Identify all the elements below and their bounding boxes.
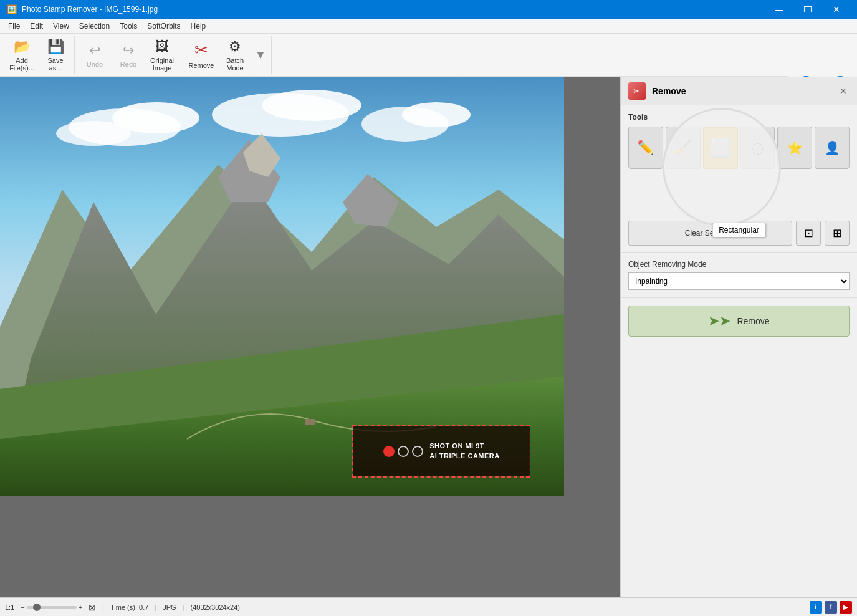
zoom-fit-button[interactable]: ⊞ bbox=[825, 221, 850, 246]
svg-point-3 bbox=[56, 121, 131, 146]
facebook-button[interactable]: f bbox=[825, 601, 837, 614]
svg-point-7 bbox=[402, 102, 471, 127]
undo-button[interactable]: ↩ Undo bbox=[79, 37, 111, 72]
batch-mode-button[interactable]: ⚙ BatchMode bbox=[219, 37, 251, 72]
rectangular-tool-button[interactable]: ⬜ bbox=[703, 127, 738, 169]
minimize-button[interactable]: — bbox=[765, 0, 793, 19]
remove-icon: ✂ bbox=[194, 41, 208, 60]
menu-selection[interactable]: Selection bbox=[74, 21, 115, 32]
rectangular-tooltip: Rectangular bbox=[712, 223, 766, 238]
watermark-text: SHOT ON MI 9T AI TRIPLE CAMERA bbox=[429, 441, 500, 461]
watermark-dots bbox=[383, 446, 423, 457]
toolbox-title-area: ✂ Remove bbox=[628, 82, 686, 100]
menu-edit[interactable]: Edit bbox=[25, 21, 48, 32]
svg-point-5 bbox=[262, 90, 361, 121]
outline-dot-2 bbox=[412, 446, 423, 457]
zoom-slider[interactable] bbox=[27, 606, 77, 609]
remove-label: Remove bbox=[189, 62, 214, 69]
redo-icon: ↪ bbox=[123, 42, 134, 59]
zoom-thumb bbox=[33, 604, 41, 611]
zoom-level: 1:1 bbox=[5, 604, 14, 611]
redo-button[interactable]: ↪ Redo bbox=[112, 37, 145, 72]
window-title: Photo Stamp Remover - IMG_1599-1.jpg bbox=[22, 5, 765, 14]
canvas-area[interactable]: SHOT ON MI 9T AI TRIPLE CAMERA bbox=[0, 77, 620, 597]
add-files-button[interactable]: 📂 AddFile(s)... bbox=[6, 37, 38, 72]
menubar: File Edit View Selection Tools SoftOrbit… bbox=[0, 19, 857, 34]
remove-execute-button[interactable]: ➤➤ Remove bbox=[628, 306, 850, 337]
watermark-line1: SHOT ON MI 9T bbox=[429, 441, 500, 451]
undo-label: Undo bbox=[87, 60, 103, 68]
mode-label: Object Removing Mode bbox=[628, 260, 850, 269]
zoom-out-icon[interactable]: − bbox=[21, 604, 24, 611]
original-image-label: OriginalImage bbox=[150, 57, 174, 72]
svg-rect-15 bbox=[305, 419, 315, 425]
watermark-line2: AI TRIPLE CAMERA bbox=[429, 451, 500, 461]
more-button[interactable]: ▼ bbox=[252, 46, 269, 64]
tools-row: ✏️ 🧹 ⬜ ◌ ⭐ 👤 Rectangular bbox=[628, 127, 850, 206]
original-image-icon: 🖼 bbox=[155, 39, 169, 55]
zoom-to-selection-button[interactable]: ⊡ bbox=[796, 221, 821, 246]
fit-icon[interactable]: ⊠ bbox=[89, 602, 96, 612]
zoom-fit-icon: ⊞ bbox=[833, 226, 842, 240]
add-files-icon: 📂 bbox=[14, 39, 31, 55]
toolbox-remove-icon: ✂ bbox=[628, 82, 646, 100]
app-icon: 🖼️ bbox=[6, 4, 17, 14]
menu-tools[interactable]: Tools bbox=[115, 21, 142, 32]
youtube-button[interactable]: ▶ bbox=[840, 601, 852, 614]
maximize-button[interactable]: 🗖 bbox=[793, 0, 822, 19]
menu-help[interactable]: Help bbox=[186, 21, 211, 32]
outline-dot-1 bbox=[398, 446, 409, 457]
remove-button[interactable]: ✂ Remove bbox=[185, 37, 218, 72]
titlebar: 🖼️ Photo Stamp Remover - IMG_1599-1.jpg … bbox=[0, 0, 857, 19]
redo-label: Redo bbox=[120, 60, 136, 68]
rectangular-icon: ⬜ bbox=[709, 138, 731, 158]
red-dot bbox=[383, 446, 395, 457]
magic-wand-tool-button[interactable]: ⭐ bbox=[777, 127, 812, 169]
window-controls: — 🗖 ✕ bbox=[765, 0, 851, 19]
pencil-tool-button[interactable]: ✏️ bbox=[628, 127, 663, 169]
stamp-tool-button[interactable]: 👤 bbox=[815, 127, 850, 169]
eraser-tool-button[interactable]: 🧹 bbox=[666, 127, 701, 169]
remove-group: ✂ Remove ⚙ BatchMode ▼ bbox=[183, 36, 272, 74]
zoom-control[interactable]: − + bbox=[21, 604, 82, 611]
format-label: JPG bbox=[163, 604, 176, 611]
time-label: Time (s): 0.7 bbox=[110, 604, 148, 611]
original-image-button[interactable]: 🖼 OriginalImage bbox=[146, 37, 178, 72]
mode-select[interactable]: Inpainting Smart Fill Texture Analysis bbox=[628, 272, 850, 290]
watermark-content: SHOT ON MI 9T AI TRIPLE CAMERA bbox=[353, 426, 530, 476]
zoom-selection-icon: ⊡ bbox=[804, 226, 813, 240]
add-files-label: AddFile(s)... bbox=[9, 57, 34, 72]
tools-label: Tools bbox=[628, 113, 850, 122]
menu-view[interactable]: View bbox=[48, 21, 74, 32]
image-container: SHOT ON MI 9T AI TRIPLE CAMERA bbox=[0, 77, 564, 496]
remove-button-label: Remove bbox=[737, 316, 769, 326]
dimensions-label: (4032x3024x24) bbox=[190, 604, 240, 611]
close-button[interactable]: ✕ bbox=[822, 0, 851, 19]
social-links: ℹ f ▶ bbox=[810, 601, 852, 614]
main-content: SHOT ON MI 9T AI TRIPLE CAMERA ✂ Remove … bbox=[0, 77, 857, 597]
toolbar: 📂 AddFile(s)... 💾 Saveas... ↩ Undo ↪ Red… bbox=[0, 34, 857, 77]
toolbox-close-button[interactable]: ✕ bbox=[837, 85, 850, 97]
tools-section: Tools ✏️ 🧹 ⬜ ◌ ⭐ 👤 Rectangular bbox=[621, 105, 857, 214]
mode-section: Object Removing Mode Inpainting Smart Fi… bbox=[621, 253, 857, 298]
menu-softorbits[interactable]: SoftOrbits bbox=[142, 21, 185, 32]
info-button[interactable]: ℹ bbox=[810, 601, 822, 614]
clear-selection-button[interactable]: Clear Selection bbox=[628, 221, 792, 246]
toolbox-title: Remove bbox=[652, 86, 686, 96]
zoom-in-icon[interactable]: + bbox=[79, 604, 82, 611]
batch-mode-icon: ⚙ bbox=[229, 39, 241, 55]
save-as-button[interactable]: 💾 Saveas... bbox=[39, 37, 72, 72]
remove-arrow-icon: ➤➤ bbox=[708, 313, 730, 329]
file-group: 📂 AddFile(s)... 💾 Saveas... bbox=[3, 36, 75, 74]
menu-file[interactable]: File bbox=[3, 21, 25, 32]
batch-mode-label: BatchMode bbox=[226, 57, 244, 72]
lasso-tool-button[interactable]: ◌ bbox=[740, 127, 775, 169]
save-icon: 💾 bbox=[47, 39, 64, 55]
edit-group: ↩ Undo ↪ Redo 🖼 OriginalImage bbox=[76, 36, 181, 74]
statusbar: 1:1 − + ⊠ | Time (s): 0.7 | JPG | (4032x… bbox=[0, 597, 857, 616]
toolbox-header: ✂ Remove ✕ bbox=[621, 77, 857, 105]
save-label: Saveas... bbox=[47, 57, 63, 72]
undo-icon: ↩ bbox=[89, 42, 100, 59]
toolbox-panel: ✂ Remove ✕ Tools ✏️ 🧹 ⬜ ◌ ⭐ 👤 bbox=[620, 77, 857, 597]
remove-section: ➤➤ Remove bbox=[621, 298, 857, 344]
